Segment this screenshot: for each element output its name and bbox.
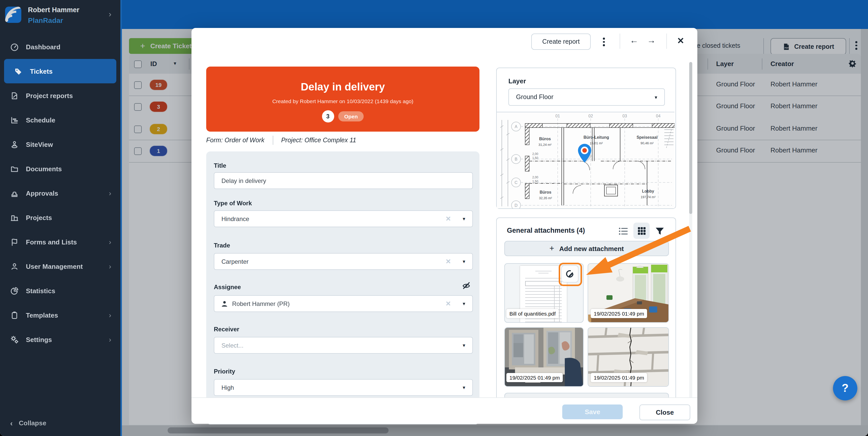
stamp-icon	[10, 189, 19, 197]
svg-text:2,00: 2,00	[532, 152, 538, 156]
layer-label: Layer	[508, 77, 526, 85]
sidebar-item-projects[interactable]: Projects	[0, 205, 120, 230]
ticket-status-badge[interactable]: Open	[338, 111, 364, 121]
caret-down-icon[interactable]: ▾	[463, 385, 465, 390]
attachments-panel: General attachments (4) + Add new a	[496, 217, 676, 398]
help-button[interactable]: ?	[833, 376, 857, 401]
assignee-select[interactable]: Robert Hammer (PR) ✕ ▾	[214, 295, 473, 312]
priority-label: Priority	[214, 368, 235, 375]
room-area: 31,24 m²	[538, 143, 552, 147]
attachment-photo-tile[interactable]: 19/02/2025 01:49 pm	[588, 327, 669, 387]
attachment-name: 19/02/2025 01:49 pm	[506, 373, 563, 382]
type-of-work-select[interactable]: Hindrance ✕ ▾	[214, 210, 473, 227]
form-name: Form: Order of Work	[206, 137, 265, 144]
receiver-select[interactable]: Select... ▾	[214, 337, 473, 354]
topbar	[122, 0, 868, 29]
flag-icon	[10, 238, 19, 246]
filter-icon[interactable]	[655, 227, 664, 235]
add-attachment-button[interactable]: + Add new attachment	[504, 241, 669, 256]
ticket-tag-icon	[14, 67, 23, 76]
ticket-created-info: Created by Robert Hammer on 10/03/2022 (…	[206, 98, 479, 104]
room-area: 15,01 m²	[590, 141, 603, 145]
next-ticket-arrow-icon[interactable]: →	[647, 35, 656, 46]
chevron-right-icon[interactable]: ›	[109, 10, 112, 19]
ticket-meta-line: Form: Order of Work Project: Office Comp…	[206, 136, 356, 145]
list-view-icon[interactable]	[619, 227, 628, 235]
trade-select[interactable]: Carpenter ✕ ▾	[214, 253, 473, 270]
person-icon	[10, 262, 19, 270]
sidebar-item-templates[interactable]: Templates ›	[0, 303, 120, 327]
eye-off-icon[interactable]	[462, 281, 471, 290]
layer-select[interactable]: Ground Floor ▾	[508, 88, 665, 106]
layer-panel: Layer Ground Floor ▾	[496, 67, 676, 209]
report-pencil-icon	[10, 91, 19, 100]
svg-text:1,50: 1,50	[532, 180, 538, 183]
previous-ticket-arrow-icon[interactable]: ←	[630, 35, 639, 46]
sidebar-item-statistics[interactable]: Statistics	[0, 279, 120, 303]
floor-plan-image[interactable]: ABCD 01020304	[497, 112, 675, 208]
sidebar-item-dashboard[interactable]: Dashboard	[0, 34, 120, 59]
sidebar-item-schedule[interactable]: Schedule	[0, 108, 120, 132]
modal-footer: Save Close	[191, 397, 698, 424]
room-area: 32,35 m²	[539, 196, 552, 200]
priority-select[interactable]: High ▾	[214, 379, 473, 396]
modal-more-options-icon[interactable]	[603, 38, 604, 46]
caret-down-icon: ▾	[655, 94, 657, 100]
create-report-button[interactable]: Create report	[531, 33, 591, 50]
divider	[620, 33, 620, 49]
sidebar-item-forms-and-lists[interactable]: Forms and Lists ›	[0, 230, 120, 254]
sidebar: Robert Hammer PlanRadar › Dashboard Tick…	[0, 0, 120, 436]
title-input[interactable]: Delay in delivery	[214, 172, 473, 189]
receiver-label: Receiver	[214, 326, 239, 333]
caret-down-icon[interactable]: ▾	[463, 301, 465, 307]
account-brand[interactable]: PlanRadar	[28, 16, 63, 24]
planradar-logo[interactable]	[5, 7, 21, 23]
person-pin-icon	[10, 140, 19, 149]
close-modal-icon[interactable]: ✕	[677, 35, 684, 46]
user-name[interactable]: Robert Hammer	[28, 6, 80, 14]
collapse-sidebar-button[interactable]: ‹ Collapse	[0, 411, 120, 435]
save-button[interactable]: Save	[562, 405, 623, 419]
sidebar-item-user-management[interactable]: User Management ›	[0, 254, 120, 279]
attachment-photo-tile[interactable]: 19/02/2025 01:49 pm	[588, 263, 669, 323]
chevron-right-icon: ›	[109, 262, 111, 270]
gantt-icon	[10, 116, 19, 124]
clear-icon[interactable]: ✕	[445, 215, 451, 223]
gears-icon	[10, 335, 19, 344]
sidebar-item-approvals[interactable]: Approvals ›	[0, 181, 120, 205]
sidebar-item-settings[interactable]: Settings ›	[0, 327, 120, 352]
svg-text:B: B	[515, 157, 518, 161]
modal-scrollbar-thumb[interactable]	[689, 62, 692, 214]
attachment-name: 19/02/2025 01:49 pm	[591, 373, 647, 382]
attachment-photo-tile[interactable]: 19/02/2025 01:49 pm	[504, 327, 584, 387]
attachment-name: Bill of quantities.pdf	[506, 309, 559, 318]
annotation-highlight-ring	[559, 263, 582, 286]
clear-icon[interactable]: ✕	[445, 258, 451, 265]
room-label: Speisesaal	[637, 135, 658, 140]
sidebar-item-siteview[interactable]: SiteView	[0, 132, 120, 156]
question-mark-icon: ?	[842, 382, 849, 395]
caret-down-icon[interactable]: ▾	[463, 216, 465, 222]
sidebar-item-documents[interactable]: Documents	[0, 156, 120, 181]
sidebar-item-tickets[interactable]: Tickets	[4, 59, 116, 83]
sidebar-item-project-reports[interactable]: Project reports	[0, 83, 120, 108]
clear-icon[interactable]: ✕	[445, 300, 451, 308]
room-area: 90,46 m²	[641, 141, 654, 145]
grid-view-icon[interactable]	[633, 223, 650, 239]
room-label: Büros	[539, 137, 551, 141]
room-area: 197,74 m²	[641, 195, 656, 199]
svg-text:01: 01	[555, 114, 560, 118]
ticket-title: Delay in delivery	[206, 81, 479, 93]
clipboard-icon	[10, 311, 19, 319]
room-label: Büros	[540, 190, 551, 194]
ticket-detail-modal: Create report ← → ✕ Delay in delivery Cr…	[191, 28, 698, 423]
chevron-left-icon: ‹	[10, 418, 13, 427]
room-label: Lobby	[642, 189, 654, 193]
folder-icon	[10, 165, 19, 173]
svg-text:D: D	[515, 203, 518, 208]
caret-down-icon[interactable]: ▾	[463, 343, 465, 348]
chevron-right-icon: ›	[109, 189, 111, 197]
svg-text:1,50: 1,50	[532, 156, 538, 160]
close-button[interactable]: Close	[640, 405, 690, 420]
caret-down-icon[interactable]: ▾	[463, 259, 465, 264]
